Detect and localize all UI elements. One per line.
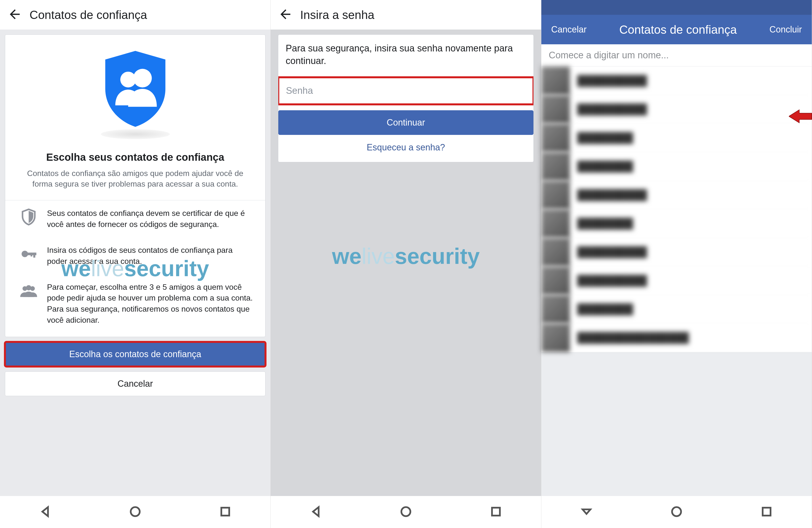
avatar [541,295,570,324]
search-row [541,44,812,67]
back-arrow-icon[interactable] [8,7,22,23]
card-heading: Escolha seus contatos de confiança [5,142,265,168]
appbar-title: Contatos de confiança [594,23,762,37]
appbar-title: Contatos de confiança [30,8,147,22]
watermark: welivesecurity [271,244,541,269]
contact-name: ██████████ [577,75,647,86]
svg-point-11 [401,507,410,516]
avatar [541,324,570,352]
avatar [541,181,570,209]
avatar [541,266,570,295]
appbar: Contatos de confiança [0,0,271,30]
friends-icon [17,282,40,300]
appbar-title: Insira a senha [300,8,375,22]
svg-point-13 [672,507,681,516]
svg-point-9 [131,507,140,516]
android-navbar [541,496,812,528]
nav-recent-icon[interactable] [218,505,232,519]
android-navbar [0,496,271,528]
info-row-codes: Insira os códigos de seus contatos de co… [5,237,265,274]
contact-row[interactable]: ██████████ [541,181,812,209]
svg-point-1 [133,69,152,88]
appbar: Cancelar Contatos de confiança Concluir [541,15,812,44]
contact-name: ████████████████ [577,332,689,343]
continue-button[interactable]: Continuar [278,110,534,135]
nav-recent-icon[interactable] [760,505,773,519]
contact-name: ████████ [577,132,633,143]
screen-contact-picker: Cancelar Contatos de confiança Concluir … [541,0,812,528]
contact-row[interactable]: ██████████ [541,266,812,295]
password-instruction: Para sua segurança, insira sua senha nov… [278,35,534,77]
contact-row[interactable]: ████████ [541,152,812,181]
appbar: Insira a senha [271,0,541,30]
avatar [541,124,570,152]
info-text-3: Para começar, escolha entre 3 e 5 amigos… [47,282,253,326]
nav-back-icon[interactable] [39,505,52,519]
password-card: Para sua segurança, insira sua senha nov… [278,34,534,162]
avatar [541,209,570,238]
nav-home-icon[interactable] [670,505,683,519]
contact-name: ██████████ [577,189,647,200]
info-row-verify: Seus contatos de confiança devem se cert… [5,200,265,237]
info-text-2: Insira os códigos de seus contatos de co… [47,245,253,267]
card-subtitle: Contatos de confiança são amigos que pod… [5,168,265,200]
search-input[interactable] [549,50,804,60]
shield-icon [98,49,172,128]
svg-rect-14 [763,508,771,515]
contact-row[interactable]: ████████████████ [541,324,812,352]
contact-name: ██████████ [577,246,647,257]
forgot-password-link[interactable]: Esqueceu a senha? [278,135,534,160]
cancel-button[interactable]: Cancelar [5,371,265,396]
password-input[interactable] [278,77,534,104]
avatar [541,67,570,95]
contact-row[interactable]: ████████ [541,295,812,324]
contact-row[interactable]: ████████ [541,209,812,238]
svg-point-8 [26,285,31,290]
info-row-friends: Para começar, escolha entre 3 e 5 amigos… [5,274,265,337]
svg-point-2 [21,251,28,257]
svg-rect-4 [33,253,35,257]
contact-row[interactable]: ██████████ [541,95,812,124]
shadow [101,129,170,139]
svg-rect-10 [221,508,229,515]
nav-keyboard-down-icon[interactable] [580,505,593,519]
nav-home-icon[interactable] [399,505,412,519]
done-link[interactable]: Concluir [769,24,802,35]
contact-name: ████████ [577,303,633,315]
contact-row[interactable]: ████████ [541,124,812,152]
contact-name: ██████████ [577,275,647,286]
contact-row[interactable]: ██████████ [541,238,812,266]
cancel-link[interactable]: Cancelar [551,24,586,35]
screen-trusted-contacts-intro: Contatos de confiança welivesecurity Es [0,0,271,528]
avatar [541,95,570,124]
nav-recent-icon[interactable] [489,505,503,519]
screen3-content: ████████████████████████████████████████… [541,44,812,496]
svg-rect-12 [492,508,500,515]
screen-enter-password: Insira a senha welivesecurity Para sua s… [271,0,541,528]
choose-contacts-button[interactable]: Escolha os contatos de confiança [5,342,265,367]
contact-name: ██████████ [577,104,647,115]
screen2-content: welivesecurity Para sua segurança, insir… [271,30,541,496]
nav-home-icon[interactable] [128,505,142,519]
svg-rect-5 [30,253,32,257]
contact-row[interactable]: ██████████ [541,67,812,95]
contact-name: ████████ [577,218,633,229]
key-icon [17,245,40,263]
shield-illustration [5,35,265,142]
intro-card: Escolha seus contatos de confiança Conta… [5,34,265,337]
contact-list: ████████████████████████████████████████… [541,67,812,352]
screen1-content: welivesecurity Escolha seus contatos de … [0,30,271,496]
back-arrow-icon[interactable] [278,7,293,23]
android-navbar [271,496,541,528]
shield-outline-icon [17,208,40,226]
avatar [541,152,570,181]
info-text-1: Seus contatos de confiança devem se cert… [47,208,253,230]
arrow-indicator-icon [789,108,812,125]
nav-back-icon[interactable] [309,505,323,519]
status-bar [541,0,812,15]
contact-name: ████████ [577,161,633,172]
avatar [541,238,570,266]
